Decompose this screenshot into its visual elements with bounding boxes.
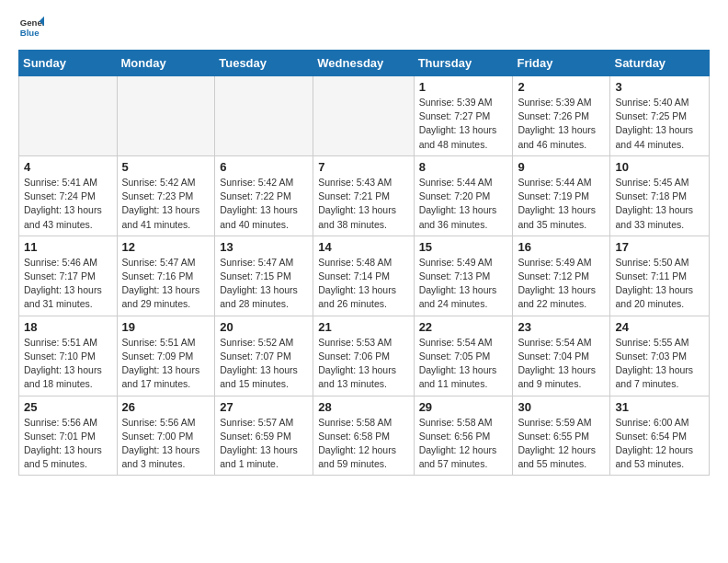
week-row-2: 4Sunrise: 5:41 AMSunset: 7:24 PMDaylight… bbox=[19, 155, 710, 236]
calendar-cell bbox=[117, 76, 215, 156]
calendar-cell: 13Sunrise: 5:47 AMSunset: 7:15 PMDayligh… bbox=[215, 236, 313, 316]
calendar-cell bbox=[19, 76, 118, 156]
day-number: 6 bbox=[220, 160, 308, 174]
day-number: 7 bbox=[318, 160, 408, 174]
calendar-cell: 25Sunrise: 5:56 AMSunset: 7:01 PMDayligh… bbox=[19, 396, 118, 476]
calendar-cell: 12Sunrise: 5:47 AMSunset: 7:16 PMDayligh… bbox=[117, 236, 215, 316]
calendar-cell: 26Sunrise: 5:56 AMSunset: 7:00 PMDayligh… bbox=[117, 396, 215, 476]
calendar-cell bbox=[215, 76, 313, 156]
day-number: 18 bbox=[24, 320, 112, 334]
svg-text:General: General bbox=[20, 17, 44, 28]
day-info: Sunrise: 5:49 AMSunset: 7:13 PMDaylight:… bbox=[419, 256, 508, 312]
calendar-cell: 27Sunrise: 5:57 AMSunset: 6:59 PMDayligh… bbox=[215, 396, 313, 476]
day-info: Sunrise: 5:50 AMSunset: 7:11 PMDaylight:… bbox=[615, 256, 704, 312]
calendar-cell: 9Sunrise: 5:44 AMSunset: 7:19 PMDaylight… bbox=[513, 155, 610, 236]
day-number: 20 bbox=[220, 320, 308, 334]
calendar-header-wednesday: Wednesday bbox=[313, 51, 414, 76]
day-number: 4 bbox=[24, 160, 112, 174]
calendar-cell: 29Sunrise: 5:58 AMSunset: 6:56 PMDayligh… bbox=[414, 396, 513, 476]
calendar-header-thursday: Thursday bbox=[414, 51, 513, 76]
calendar-header-friday: Friday bbox=[513, 51, 610, 76]
day-info: Sunrise: 5:46 AMSunset: 7:17 PMDaylight:… bbox=[24, 256, 112, 312]
day-number: 13 bbox=[220, 240, 308, 254]
calendar-header-tuesday: Tuesday bbox=[215, 51, 313, 76]
day-info: Sunrise: 5:49 AMSunset: 7:12 PMDaylight:… bbox=[518, 256, 605, 312]
calendar-cell: 18Sunrise: 5:51 AMSunset: 7:10 PMDayligh… bbox=[19, 316, 118, 396]
week-row-4: 18Sunrise: 5:51 AMSunset: 7:10 PMDayligh… bbox=[19, 316, 710, 396]
day-number: 28 bbox=[318, 400, 408, 414]
day-number: 29 bbox=[419, 400, 508, 414]
day-number: 8 bbox=[419, 160, 508, 174]
day-info: Sunrise: 5:45 AMSunset: 7:18 PMDaylight:… bbox=[615, 176, 704, 232]
day-info: Sunrise: 5:44 AMSunset: 7:20 PMDaylight:… bbox=[419, 176, 508, 232]
calendar-header-saturday: Saturday bbox=[610, 51, 710, 76]
calendar-cell: 28Sunrise: 5:58 AMSunset: 6:58 PMDayligh… bbox=[313, 396, 414, 476]
calendar-cell: 20Sunrise: 5:52 AMSunset: 7:07 PMDayligh… bbox=[215, 316, 313, 396]
calendar-cell: 7Sunrise: 5:43 AMSunset: 7:21 PMDaylight… bbox=[313, 155, 414, 236]
calendar-cell: 30Sunrise: 5:59 AMSunset: 6:55 PMDayligh… bbox=[513, 396, 610, 476]
day-info: Sunrise: 5:52 AMSunset: 7:07 PMDaylight:… bbox=[220, 336, 308, 392]
svg-text:Blue: Blue bbox=[20, 28, 40, 38]
week-row-1: 1Sunrise: 5:39 AMSunset: 7:27 PMDaylight… bbox=[19, 76, 710, 156]
day-number: 22 bbox=[419, 320, 508, 334]
day-info: Sunrise: 5:47 AMSunset: 7:16 PMDaylight:… bbox=[122, 256, 210, 312]
logo-icon: General Blue bbox=[18, 15, 44, 40]
day-number: 14 bbox=[318, 240, 408, 254]
calendar-header-sunday: Sunday bbox=[19, 51, 118, 76]
day-info: Sunrise: 5:42 AMSunset: 7:23 PMDaylight:… bbox=[122, 176, 210, 232]
calendar-cell: 1Sunrise: 5:39 AMSunset: 7:27 PMDaylight… bbox=[414, 76, 513, 156]
day-info: Sunrise: 5:48 AMSunset: 7:14 PMDaylight:… bbox=[318, 256, 408, 312]
day-number: 30 bbox=[518, 400, 605, 414]
week-row-5: 25Sunrise: 5:56 AMSunset: 7:01 PMDayligh… bbox=[19, 396, 710, 476]
calendar-cell: 11Sunrise: 5:46 AMSunset: 7:17 PMDayligh… bbox=[19, 236, 118, 316]
day-info: Sunrise: 5:51 AMSunset: 7:10 PMDaylight:… bbox=[24, 336, 112, 392]
day-number: 31 bbox=[615, 400, 704, 414]
day-info: Sunrise: 5:59 AMSunset: 6:55 PMDaylight:… bbox=[518, 416, 605, 472]
calendar-cell: 6Sunrise: 5:42 AMSunset: 7:22 PMDaylight… bbox=[215, 155, 313, 236]
day-info: Sunrise: 5:56 AMSunset: 7:00 PMDaylight:… bbox=[122, 416, 210, 472]
calendar-cell: 22Sunrise: 5:54 AMSunset: 7:05 PMDayligh… bbox=[414, 316, 513, 396]
calendar-header-monday: Monday bbox=[117, 51, 215, 76]
calendar-cell: 31Sunrise: 6:00 AMSunset: 6:54 PMDayligh… bbox=[610, 396, 710, 476]
calendar-cell: 19Sunrise: 5:51 AMSunset: 7:09 PMDayligh… bbox=[117, 316, 215, 396]
day-number: 23 bbox=[518, 320, 605, 334]
day-info: Sunrise: 5:58 AMSunset: 6:58 PMDaylight:… bbox=[318, 416, 408, 472]
day-number: 15 bbox=[419, 240, 508, 254]
day-number: 10 bbox=[615, 160, 704, 174]
calendar-cell: 2Sunrise: 5:39 AMSunset: 7:26 PMDaylight… bbox=[513, 76, 610, 156]
logo: General Blue bbox=[18, 15, 46, 40]
day-info: Sunrise: 5:39 AMSunset: 7:27 PMDaylight:… bbox=[419, 96, 508, 152]
calendar-cell: 21Sunrise: 5:53 AMSunset: 7:06 PMDayligh… bbox=[313, 316, 414, 396]
calendar-cell: 3Sunrise: 5:40 AMSunset: 7:25 PMDaylight… bbox=[610, 76, 710, 156]
day-number: 11 bbox=[24, 240, 112, 254]
day-info: Sunrise: 5:40 AMSunset: 7:25 PMDaylight:… bbox=[615, 96, 704, 152]
day-info: Sunrise: 5:54 AMSunset: 7:04 PMDaylight:… bbox=[518, 336, 605, 392]
calendar-cell: 16Sunrise: 5:49 AMSunset: 7:12 PMDayligh… bbox=[513, 236, 610, 316]
calendar-cell: 8Sunrise: 5:44 AMSunset: 7:20 PMDaylight… bbox=[414, 155, 513, 236]
calendar-cell: 10Sunrise: 5:45 AMSunset: 7:18 PMDayligh… bbox=[610, 155, 710, 236]
day-number: 21 bbox=[318, 320, 408, 334]
day-number: 19 bbox=[122, 320, 210, 334]
day-info: Sunrise: 5:56 AMSunset: 7:01 PMDaylight:… bbox=[24, 416, 112, 472]
day-number: 1 bbox=[419, 80, 508, 94]
day-number: 2 bbox=[518, 80, 605, 94]
calendar-cell: 5Sunrise: 5:42 AMSunset: 7:23 PMDaylight… bbox=[117, 155, 215, 236]
calendar-cell: 15Sunrise: 5:49 AMSunset: 7:13 PMDayligh… bbox=[414, 236, 513, 316]
day-number: 25 bbox=[24, 400, 112, 414]
day-info: Sunrise: 5:39 AMSunset: 7:26 PMDaylight:… bbox=[518, 96, 605, 152]
day-number: 16 bbox=[518, 240, 605, 254]
day-info: Sunrise: 5:43 AMSunset: 7:21 PMDaylight:… bbox=[318, 176, 408, 232]
day-info: Sunrise: 5:58 AMSunset: 6:56 PMDaylight:… bbox=[419, 416, 508, 472]
day-number: 26 bbox=[122, 400, 210, 414]
calendar-cell: 23Sunrise: 5:54 AMSunset: 7:04 PMDayligh… bbox=[513, 316, 610, 396]
calendar-cell: 17Sunrise: 5:50 AMSunset: 7:11 PMDayligh… bbox=[610, 236, 710, 316]
day-number: 24 bbox=[615, 320, 704, 334]
calendar-cell: 4Sunrise: 5:41 AMSunset: 7:24 PMDaylight… bbox=[19, 155, 118, 236]
page-header: General Blue bbox=[18, 15, 710, 40]
day-info: Sunrise: 6:00 AMSunset: 6:54 PMDaylight:… bbox=[615, 416, 704, 472]
day-number: 17 bbox=[615, 240, 704, 254]
day-info: Sunrise: 5:54 AMSunset: 7:05 PMDaylight:… bbox=[419, 336, 508, 392]
calendar-cell bbox=[313, 76, 414, 156]
day-number: 5 bbox=[122, 160, 210, 174]
calendar-cell: 14Sunrise: 5:48 AMSunset: 7:14 PMDayligh… bbox=[313, 236, 414, 316]
